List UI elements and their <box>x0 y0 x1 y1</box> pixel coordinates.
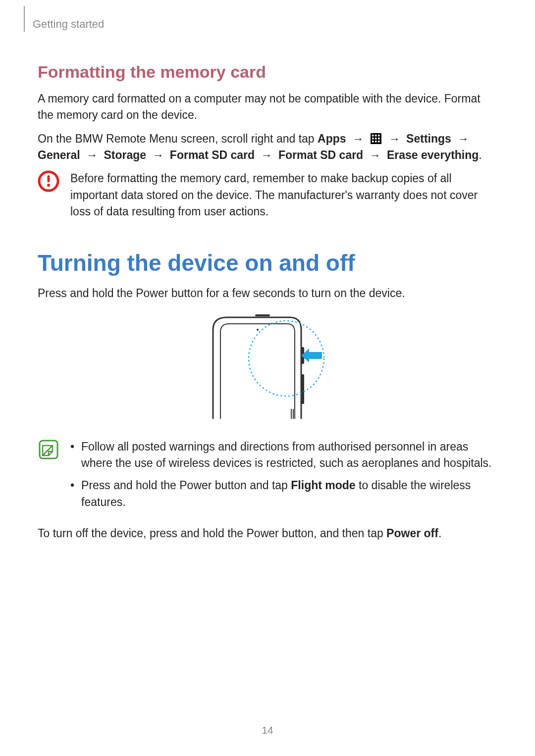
period: . <box>479 149 482 161</box>
para-power-off: To turn off the device, press and hold t… <box>38 525 497 542</box>
text: On the BMW Remote Menu screen, scroll ri… <box>38 132 318 145</box>
text: . <box>438 527 441 540</box>
text: Follow all posted warnings and direction… <box>81 440 491 469</box>
svg-rect-1 <box>372 135 374 137</box>
note-callout: • Follow all posted warnings and directi… <box>38 439 497 516</box>
svg-rect-20 <box>309 352 322 359</box>
svg-rect-18 <box>255 314 270 316</box>
svg-rect-9 <box>378 141 380 143</box>
text: To turn off the device, press and hold t… <box>38 527 386 540</box>
heading-formatting: Formatting the memory card <box>38 62 497 82</box>
svg-rect-7 <box>372 141 374 143</box>
svg-rect-5 <box>375 138 377 140</box>
arrow-icon: → <box>349 132 367 145</box>
bullet: • <box>70 477 74 510</box>
arrow-icon: → <box>83 149 101 161</box>
arrow-icon: → <box>386 132 403 145</box>
header-rule <box>24 6 25 32</box>
list-item: • Press and hold the Power button and ta… <box>70 477 497 510</box>
figure-power-button <box>38 310 497 424</box>
note-list: • Follow all posted warnings and directi… <box>70 439 497 516</box>
list-text: Press and hold the Power button and tap … <box>81 477 497 510</box>
svg-rect-17 <box>301 374 304 404</box>
svg-rect-6 <box>378 138 380 140</box>
apps-grid-icon <box>371 133 381 144</box>
svg-rect-3 <box>378 135 380 137</box>
page-number: 14 <box>0 724 535 736</box>
arrow-icon: → <box>454 132 472 145</box>
para-format-path: On the BMW Remote Menu screen, scroll ri… <box>38 131 497 164</box>
svg-rect-11 <box>48 175 50 182</box>
svg-line-23 <box>43 446 53 455</box>
para-power-on: Press and hold the Power button for a fe… <box>38 285 497 302</box>
nav-apps: Apps <box>318 132 346 145</box>
nav-storage: Storage <box>104 149 146 161</box>
heading-power: Turning the device on and off <box>38 250 497 276</box>
nav-erase: Erase everything <box>387 149 479 161</box>
arrow-icon: → <box>258 149 275 161</box>
arrow-icon: → <box>149 149 166 161</box>
list-item: • Follow all posted warnings and directi… <box>70 439 497 472</box>
flight-mode: Flight mode <box>291 479 355 492</box>
svg-rect-8 <box>375 141 377 143</box>
svg-point-12 <box>47 184 50 187</box>
list-text: Follow all posted warnings and direction… <box>81 439 497 472</box>
note-icon <box>38 439 59 460</box>
svg-point-13 <box>257 329 259 331</box>
nav-format1: Format SD card <box>170 149 255 161</box>
svg-rect-4 <box>372 138 374 140</box>
power-off: Power off <box>386 527 438 540</box>
caution-text: Before formatting the memory card, remem… <box>70 170 497 220</box>
nav-format2: Format SD card <box>278 149 363 161</box>
text: Press and hold the Power button and tap <box>81 479 291 492</box>
bullet: • <box>70 439 74 472</box>
breadcrumb: Getting started <box>33 18 497 31</box>
caution-callout: Before formatting the memory card, remem… <box>38 170 497 220</box>
para-format-intro: A memory card formatted on a computer ma… <box>38 91 497 124</box>
nav-general: General <box>38 149 80 161</box>
caution-icon <box>38 170 59 192</box>
nav-settings: Settings <box>406 132 451 145</box>
svg-rect-2 <box>375 135 377 137</box>
arrow-icon: → <box>367 149 384 161</box>
